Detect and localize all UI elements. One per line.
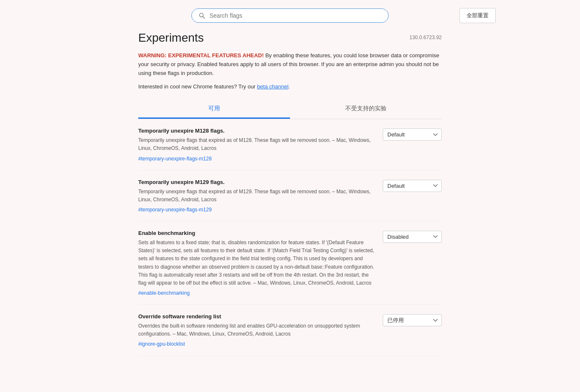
flag-desc-m128: Temporarily unexpire flags that expired …: [138, 136, 374, 152]
beta-line: Interested in cool new Chrome features? …: [138, 83, 442, 91]
flag-link-gpu[interactable]: #ignore-gpu-blocklist: [138, 341, 185, 347]
flag-select-gpu[interactable]: Default 已启用 已停用: [383, 314, 442, 326]
svg-line-1: [203, 16, 204, 18]
top-bar: 全部重置: [0, 0, 580, 31]
flag-item-gpu: Override software rendering list Overrid…: [138, 305, 442, 356]
page-title: Experiments: [138, 31, 204, 45]
flag-link-benchmarking[interactable]: #enable-benchmarking: [138, 290, 190, 296]
flag-title-benchmarking: Enable benchmarking: [138, 230, 374, 236]
beta-suffix: .: [288, 83, 290, 90]
beta-channel-link[interactable]: beta channel: [257, 83, 288, 90]
warning-paragraph: WARNING: EXPERIMENTAL FEATURES AHEAD! By…: [138, 51, 442, 77]
flag-title-m129: Temporarily unexpire M129 flags.: [138, 179, 374, 185]
page-header: Experiments 130.0.6723.92: [138, 31, 442, 45]
flag-link-m129[interactable]: #temporary-unexpire-flags-m129: [138, 207, 212, 213]
flag-info-benchmarking: Enable benchmarking Sets all features to…: [138, 230, 374, 296]
warning-block: WARNING: EXPERIMENTAL FEATURES AHEAD! By…: [138, 51, 442, 91]
tab-available[interactable]: 可用: [138, 100, 290, 119]
flag-desc-gpu: Overrides the built-in software renderin…: [138, 322, 374, 338]
tabs-container: 可用 不受支持的实验: [138, 100, 442, 119]
version-number: 130.0.6723.92: [409, 35, 442, 40]
main-content: Experiments 130.0.6723.92 WARNING: EXPER…: [121, 31, 459, 373]
reset-all-button[interactable]: 全部重置: [459, 8, 496, 23]
tab-unsupported[interactable]: 不受支持的实验: [290, 100, 442, 119]
flag-link-m128[interactable]: #temporary-unexpire-flags-m128: [138, 156, 212, 162]
search-bar: [191, 8, 389, 23]
flag-info-gpu: Override software rendering list Overrid…: [138, 313, 374, 347]
flag-title-gpu: Override software rendering list: [138, 313, 374, 320]
flag-info-m129: Temporarily unexpire M129 flags. Tempora…: [138, 179, 374, 213]
flag-select-m128[interactable]: Default Enabled Disabled: [383, 128, 442, 141]
flag-desc-benchmarking: Sets all features to a fixed state; that…: [138, 239, 374, 287]
flag-title-m128: Temporarily unexpire M128 flags.: [138, 128, 374, 134]
flags-list: Temporarily unexpire M128 flags. Tempora…: [138, 119, 442, 356]
flag-item-m129: Temporarily unexpire M129 flags. Tempora…: [138, 171, 442, 221]
search-icon: [199, 12, 205, 19]
flag-select-m129[interactable]: Default Enabled Disabled: [383, 180, 442, 192]
svg-point-0: [199, 13, 203, 17]
flag-select-benchmarking[interactable]: Default Enabled Disabled: [383, 231, 442, 243]
search-input[interactable]: [209, 12, 381, 19]
warning-red-text: WARNING: EXPERIMENTAL FEATURES AHEAD!: [138, 52, 264, 59]
beta-prefix: Interested in cool new Chrome features? …: [138, 83, 257, 90]
flag-info-m128: Temporarily unexpire M128 flags. Tempora…: [138, 128, 374, 161]
flag-desc-m129: Temporarily unexpire flags that expired …: [138, 188, 374, 204]
flag-item-m128: Temporarily unexpire M128 flags. Tempora…: [138, 119, 442, 170]
flag-item-benchmarking: Enable benchmarking Sets all features to…: [138, 221, 442, 305]
